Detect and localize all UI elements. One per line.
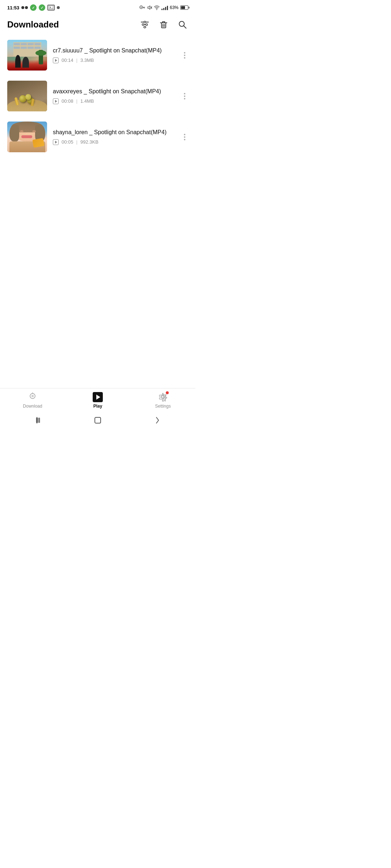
- svg-point-13: [146, 24, 148, 26]
- video-meta: 00:08 | 1.4MB: [53, 98, 175, 104]
- list-item[interactable]: shayna_loren _ Spotlight on Snapchat(MP4…: [0, 116, 196, 157]
- svg-point-10: [156, 9, 157, 10]
- delete-icon: [159, 20, 168, 29]
- nav-label-play: Play: [93, 404, 102, 409]
- svg-point-26: [32, 395, 33, 397]
- video-size: 1.4MB: [80, 98, 94, 104]
- video-list: cr7.siuuuu7 _ Spotlight on Snapchat(MP4)…: [0, 35, 196, 157]
- status-dot: [57, 6, 60, 9]
- play-icon: [53, 139, 59, 145]
- video-duration: 00:05: [62, 139, 73, 145]
- video-title: avaxxreyes _ Spotlight on Snapchat(MP4): [53, 88, 175, 95]
- video-thumbnail: [7, 40, 47, 71]
- mute-icon: [147, 5, 152, 10]
- system-nav-bar: [0, 411, 196, 434]
- video-duration: 00:08: [62, 98, 73, 104]
- video-info: avaxxreyes _ Spotlight on Snapchat(MP4) …: [53, 88, 175, 104]
- battery-percent: 63%: [170, 5, 178, 10]
- video-thumbnail: [7, 81, 47, 111]
- video-size: 992.3KB: [80, 139, 98, 145]
- home-icon: [93, 416, 102, 425]
- status-bar: 11:53 ✓ ✓: [0, 0, 196, 14]
- battery-icon: [180, 5, 188, 10]
- video-duration: 00:14: [62, 58, 73, 63]
- delete-button[interactable]: [158, 19, 169, 30]
- home-button[interactable]: [91, 414, 104, 427]
- play-icon: [53, 98, 59, 104]
- recents-icon: [151, 416, 160, 425]
- svg-point-3: [140, 7, 142, 8]
- nav-label-download: Download: [23, 404, 42, 409]
- svg-point-14: [144, 26, 146, 28]
- search-icon: [178, 20, 187, 29]
- svg-rect-0: [49, 6, 53, 9]
- video-meta: 00:14 | 3.3MB: [53, 58, 175, 63]
- play-icon: [53, 58, 59, 63]
- nav-item-download[interactable]: Download: [18, 392, 47, 409]
- nav-items: Download Play: [0, 388, 196, 411]
- status-right: 63%: [139, 5, 188, 10]
- sync-check-1: ✓: [30, 4, 37, 11]
- back-button[interactable]: [33, 414, 46, 427]
- more-options-button[interactable]: [181, 131, 188, 143]
- notification-dots: [21, 6, 28, 9]
- time-display: 11:53: [7, 5, 19, 10]
- video-title: shayna_loren _ Spotlight on Snapchat(MP4…: [53, 129, 175, 136]
- video-thumbnail: [7, 122, 47, 152]
- more-options-button[interactable]: [181, 49, 188, 61]
- back-icon: [35, 416, 44, 425]
- svg-point-12: [142, 24, 144, 26]
- play-nav-icon: [93, 392, 103, 402]
- video-size: 3.3MB: [80, 58, 94, 63]
- svg-rect-6: [143, 8, 144, 8]
- filter-button[interactable]: [139, 19, 151, 30]
- signal-icon: [161, 5, 168, 10]
- bottom-navigation: Download Play: [0, 388, 196, 434]
- settings-notification-dot: [166, 391, 169, 394]
- settings-nav-icon: [158, 392, 168, 402]
- media-icon: [47, 5, 55, 10]
- svg-point-25: [30, 393, 35, 399]
- wifi-icon: [154, 5, 160, 10]
- video-info: cr7.siuuuu7 _ Spotlight on Snapchat(MP4)…: [53, 47, 175, 63]
- sync-check-2: ✓: [39, 4, 45, 11]
- search-button[interactable]: [177, 19, 188, 30]
- svg-marker-7: [148, 6, 150, 9]
- video-meta: 00:05 | 992.3KB: [53, 139, 175, 145]
- svg-point-11: [144, 21, 146, 23]
- header-actions: [139, 19, 188, 30]
- key-icon: [139, 5, 145, 10]
- filter-icon: [140, 20, 150, 29]
- nav-item-play[interactable]: Play: [83, 392, 112, 409]
- svg-rect-35: [95, 417, 101, 423]
- video-title: cr7.siuuuu7 _ Spotlight on Snapchat(MP4): [53, 47, 175, 55]
- list-item[interactable]: cr7.siuuuu7 _ Spotlight on Snapchat(MP4)…: [0, 35, 196, 76]
- nav-label-settings: Settings: [155, 404, 171, 409]
- nav-item-settings[interactable]: Settings: [148, 392, 177, 409]
- svg-rect-5: [144, 8, 145, 9]
- svg-point-29: [161, 396, 164, 398]
- svg-rect-4: [142, 7, 145, 8]
- more-options-button[interactable]: [181, 90, 188, 102]
- page-header: Downloaded: [0, 14, 196, 35]
- list-item[interactable]: avaxxreyes _ Spotlight on Snapchat(MP4) …: [0, 76, 196, 116]
- recents-button[interactable]: [149, 414, 162, 427]
- page-title: Downloaded: [7, 20, 59, 30]
- svg-line-24: [184, 26, 186, 29]
- download-nav-icon: [28, 392, 38, 402]
- video-info: shayna_loren _ Spotlight on Snapchat(MP4…: [53, 129, 175, 145]
